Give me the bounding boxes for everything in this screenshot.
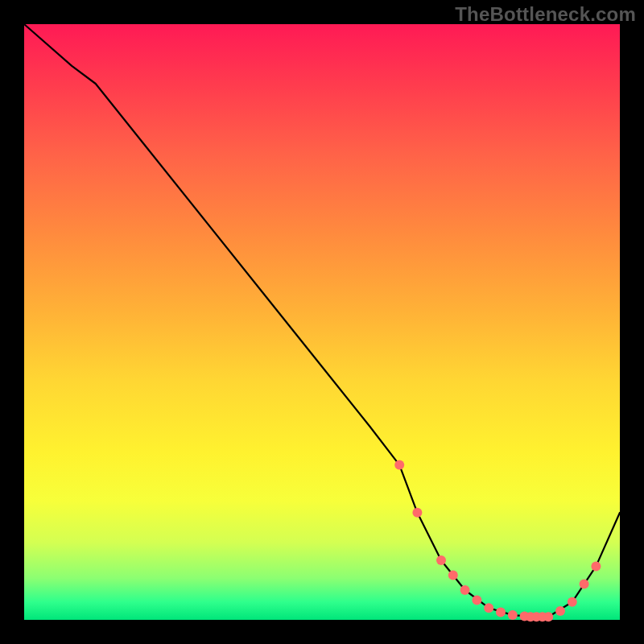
highlight-dot <box>555 606 565 616</box>
highlight-dot <box>496 607 506 617</box>
highlight-dot <box>543 612 553 621</box>
curve-svg <box>24 24 620 620</box>
highlight-dot <box>460 585 470 595</box>
highlight-dot <box>591 561 601 571</box>
highlight-dot <box>448 571 458 580</box>
bottleneck-curve <box>24 24 620 617</box>
highlight-dot <box>436 555 446 565</box>
highlight-dot <box>394 460 404 470</box>
highlight-dot <box>568 597 577 607</box>
highlight-dot <box>580 580 589 589</box>
highlight-dot <box>508 610 518 620</box>
plot-area <box>24 24 620 620</box>
highlight-dot <box>472 596 481 605</box>
chart-frame: TheBottleneck.com <box>0 0 644 644</box>
highlight-dot <box>412 508 422 518</box>
watermark-text: TheBottleneck.com <box>455 3 636 26</box>
highlight-dot <box>484 603 493 613</box>
highlight-dots <box>394 460 601 622</box>
